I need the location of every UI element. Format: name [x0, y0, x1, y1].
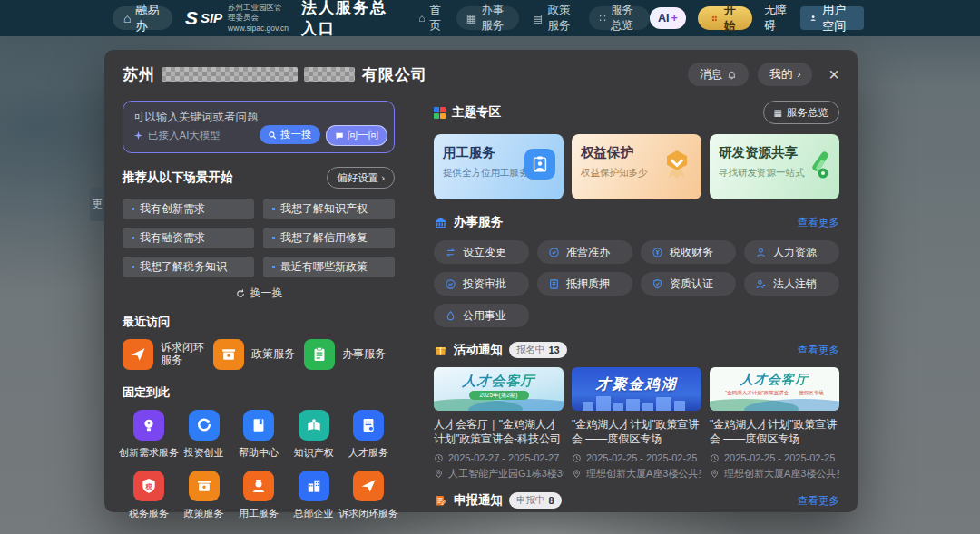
service-overview-button[interactable]: ▦ 服务总览 [763, 101, 839, 124]
scenario-button[interactable]: 我想了解知识产权 [263, 199, 395, 219]
bullet-icon [272, 208, 275, 210]
clipboard-icon [304, 339, 335, 370]
pinned-item[interactable]: 知识产权 [288, 410, 340, 460]
service-pill[interactable]: 资质认证 [641, 272, 736, 296]
service-pill[interactable]: 人力资源 [744, 240, 839, 264]
recent-item[interactable]: 诉求闭环 服务 [122, 339, 213, 370]
services-title: 办事服务 [454, 214, 503, 230]
activity-card[interactable]: 人才会客厅 2025年(第2期) 人才会客厅｜"金鸡湖人才计划"政策宣讲会-科技… [434, 367, 564, 481]
magnifier-icon [268, 131, 277, 140]
water-drop-icon [445, 310, 456, 322]
pinned-item[interactable]: 投资创业 [178, 410, 230, 460]
scenario-button[interactable]: 我有融资需求 [122, 228, 254, 248]
redacted-company-name [304, 67, 355, 82]
doc-person-icon [353, 410, 384, 441]
nav-item-services[interactable]: ▦ 办事服务 [456, 6, 519, 30]
page-side-tab[interactable]: 更 [90, 187, 105, 221]
scenario-button[interactable]: 我想了解信用修复 [263, 228, 395, 248]
service-pill[interactable]: 设立变更 [434, 240, 529, 264]
search-box[interactable]: 可以输入关键词或者问题 已接入AI大模型 搜一搜 [122, 101, 395, 153]
theme-card-employment[interactable]: 用工服务 提供全方位用工服务 [434, 134, 564, 199]
service-pill[interactable]: 投资审批 [434, 272, 529, 296]
recent-item[interactable]: 政策服务 [213, 339, 304, 370]
service-pill[interactable]: 法人注销 [744, 272, 839, 296]
org-name: 苏州工业园区管理委员会 [228, 3, 282, 22]
check-circle-icon [548, 247, 560, 258]
search-button[interactable]: 搜一搜 [260, 125, 320, 144]
activities-more-link[interactable]: 查看更多 [798, 344, 839, 357]
theme-card-rights[interactable]: 权益保护 权益保护知多少 [572, 134, 701, 199]
service-pill[interactable]: 抵押质押 [537, 272, 632, 296]
recent-item[interactable]: 办事服务 [304, 339, 395, 370]
user-space-button[interactable]: 用户空间 [800, 6, 864, 30]
bullet-icon [132, 266, 134, 268]
signup-badge: 报名中 13 [509, 342, 567, 358]
ai-plus-button[interactable]: AI + [650, 7, 686, 29]
svg-text:税: 税 [144, 482, 152, 490]
search-placeholder: 可以输入关键词或者问题 [133, 110, 384, 125]
tax-shield-icon: 税 [133, 471, 164, 501]
home-icon: ⌂ [123, 12, 131, 24]
services-more-link[interactable]: 查看更多 [798, 216, 839, 229]
medal-badge-icon [661, 149, 693, 181]
theme-card-rnd[interactable]: 研发资源共享 寻找研发资源一站式 [710, 134, 839, 199]
bank-icon [434, 216, 447, 229]
refresh-icon [235, 288, 246, 299]
home-icon: ⌂ [418, 12, 425, 24]
location-pin-icon [710, 469, 720, 479]
bullet-icon [132, 208, 134, 210]
policy-archive-icon [213, 339, 244, 370]
pinned-item[interactable]: 政策服务 [178, 471, 230, 520]
service-pill[interactable]: 准营准办 [537, 240, 632, 264]
chevron-right-icon: › [381, 172, 385, 183]
company-title: 苏州 有限公司 [122, 64, 427, 85]
pinned-item[interactable]: 税 税务服务 [122, 471, 175, 520]
book-icon [243, 410, 274, 441]
pinned-item[interactable]: 诉求闭环服务 [342, 471, 395, 520]
nav-item-home[interactable]: ⌂ 首页 [408, 6, 453, 30]
pinned-item[interactable]: 帮助中心 [232, 410, 285, 460]
start-button[interactable]: 开始 [698, 6, 752, 30]
grid-icon: ▦ [774, 108, 782, 118]
policy-archive-icon [189, 471, 220, 501]
scenario-button[interactable]: 我有创新需求 [122, 199, 254, 219]
service-pill[interactable]: 公用事业 [434, 304, 529, 327]
nav-menu: ⌂ 首页 ▦ 办事服务 ▤ 政策服务 ∷ 服务总览 [408, 6, 650, 30]
nav-item-policy[interactable]: ▤ 政策服务 [523, 6, 585, 30]
pinned-item[interactable]: 创新需求服务 [122, 410, 175, 460]
chevron-right-icon: › [797, 68, 800, 81]
service-pill[interactable]: 税收财务 [641, 240, 736, 264]
pinned-title: 固定到此 [122, 384, 395, 401]
preference-settings-button[interactable]: 偏好设置 › [327, 167, 395, 189]
mine-button[interactable]: 我的 › [758, 63, 812, 86]
buildings-silhouette [583, 396, 685, 411]
refresh-button[interactable]: 换一换 [122, 286, 395, 301]
pinned-item[interactable]: 总部企业 [288, 471, 340, 520]
messages-button[interactable]: 消息 [688, 63, 749, 86]
activity-card[interactable]: 才聚金鸡湖 "金鸡湖人才计划"政策宣讲会 ——度假区专场 2025-02-25 … [572, 367, 701, 481]
pinned-item[interactable]: 用工服务 [232, 471, 285, 520]
paper-plane-icon [353, 471, 384, 501]
org-url: www.sipac.gov.cn [228, 24, 289, 33]
document-icon [548, 278, 560, 290]
paper-plane-icon [122, 339, 153, 370]
scenario-button[interactable]: 我想了解税务知识 [122, 257, 254, 277]
chat-icon [335, 131, 344, 141]
activity-card[interactable]: 人才会客厅 "金鸡湖人才计划"政策宣讲会——度假区专场 "金鸡湖人才计划"政策宣… [710, 367, 839, 481]
scenario-button[interactable]: 最近有哪些新政策 [263, 257, 395, 277]
accessibility-link[interactable]: 无障碍 [764, 3, 789, 34]
pinned-item[interactable]: 人才服务 [342, 410, 395, 460]
declarations-more-link[interactable]: 查看更多 [798, 494, 839, 508]
activity-banner: 人才会客厅 2025年(第2期) [434, 367, 564, 411]
close-icon[interactable]: × [828, 65, 839, 83]
person-icon [755, 247, 767, 258]
bullet-icon [132, 237, 134, 239]
redacted-company-name [162, 67, 298, 82]
declarations-title: 申报通知 [454, 492, 503, 509]
clock-icon [710, 453, 720, 463]
nav-item-overview[interactable]: ∷ 服务总览 [589, 6, 650, 30]
rongyiban-button[interactable]: ⌂ 融易办 [113, 6, 172, 30]
clipboard-person-icon [524, 149, 555, 180]
ask-button[interactable]: 问一问 [326, 125, 388, 146]
shield-check-icon [652, 278, 663, 290]
